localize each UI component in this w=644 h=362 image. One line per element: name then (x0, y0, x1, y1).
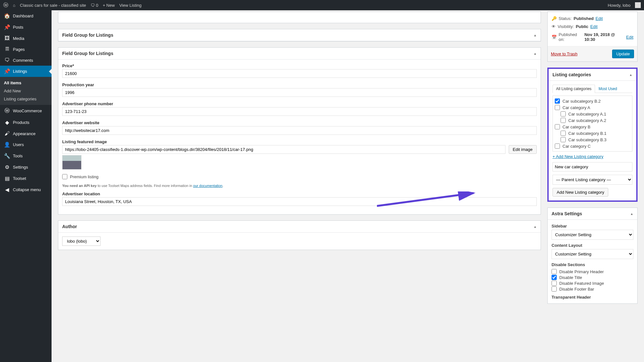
chevron-up-icon: ▲ (533, 225, 537, 228)
content-layout-label: Content Layout (552, 243, 633, 248)
wordpress-icon[interactable]: ⓦ (3, 2, 8, 9)
panel-title: Field Group for Listings (62, 32, 113, 38)
sidebar-item-users[interactable]: 👤Users (0, 139, 52, 150)
postbox-listing-categories: Listing categories ▲ All Listing categor… (547, 68, 638, 202)
category-item: Car subcategory B.2 (555, 98, 630, 104)
category-checkbox[interactable] (555, 105, 560, 110)
panel-title: Field Group for Listings (62, 51, 113, 56)
category-checkbox[interactable] (561, 111, 566, 116)
category-checkbox[interactable] (561, 137, 566, 142)
move-to-trash-link[interactable]: Move to Trash (551, 51, 577, 56)
disable-footer-bar-checkbox[interactable] (552, 286, 557, 292)
sidebar-sub-all-items[interactable]: All items (0, 79, 52, 87)
panel-title: Listing categories (553, 72, 591, 77)
admin-sidebar: 🏠Dashboard 📌Posts 🖾Media 𝄜Pages 🗨Comment… (0, 10, 52, 362)
tab-most-used[interactable]: Most Used (595, 85, 620, 93)
category-label: Car subcategory B.1 (568, 131, 607, 136)
sidebar-item-woocommerce[interactable]: ⓦWooCommerce (0, 105, 52, 117)
panel-toggle[interactable]: Field Group for Listings ▲ (58, 48, 541, 60)
listings-icon: 📌 (4, 68, 10, 74)
new-category-input[interactable] (553, 162, 632, 172)
postbox-field-group-2: Field Group for Listings ▲ Price* Produc… (58, 47, 541, 215)
category-item: Car category B (555, 124, 630, 130)
website-input[interactable] (62, 126, 537, 135)
price-input[interactable] (62, 69, 537, 78)
chevron-up-icon: ▲ (629, 73, 632, 77)
postbox-blank-top (58, 12, 541, 23)
home-icon[interactable]: ⌂ (13, 3, 15, 8)
update-button[interactable]: Update (612, 50, 634, 58)
documentation-link[interactable]: our documentation (193, 184, 222, 188)
disable-title-checkbox[interactable] (552, 275, 557, 280)
category-checkbox[interactable] (561, 131, 566, 136)
add-new-category-button[interactable]: Add New Listing category (553, 188, 608, 197)
premium-checkbox[interactable] (62, 174, 67, 179)
panel-toggle[interactable]: Field Group for Listings ▲ (58, 29, 541, 41)
products-icon: ◆ (4, 119, 10, 125)
woocommerce-icon: ⓦ (4, 107, 10, 114)
category-checkbox[interactable] (555, 144, 560, 149)
sidebar-item-dashboard[interactable]: 🏠Dashboard (0, 10, 52, 22)
category-checkbox[interactable] (555, 98, 560, 104)
sidebar-sub-listings: All items Add New Listing categories (0, 77, 52, 105)
location-input[interactable] (62, 197, 537, 206)
author-select[interactable]: lobo (lobo) (62, 237, 101, 246)
edit-date-link[interactable]: Edit (626, 35, 633, 40)
category-label: Car subcategory B.3 (568, 137, 607, 142)
sidebar-item-listings[interactable]: 📌Listings (0, 66, 52, 77)
year-input[interactable] (62, 88, 537, 97)
year-label: Production year (62, 82, 537, 87)
edit-visibility-link[interactable]: Edit (590, 24, 597, 29)
sidebar-label: Sidebar (552, 224, 633, 228)
panel-toggle[interactable]: Listing categories ▲ (549, 69, 636, 81)
image-thumbnail[interactable] (62, 155, 82, 170)
sidebar-sub-add-new[interactable]: Add New (0, 87, 52, 95)
edit-status-link[interactable]: Edit (596, 16, 603, 21)
phone-input[interactable] (62, 107, 537, 116)
add-new-category-link[interactable]: + Add New Listing category (553, 154, 603, 159)
edit-image-button[interactable]: Edit image (509, 145, 537, 154)
sidebar-item-products[interactable]: ◆Products (0, 117, 52, 128)
new-link[interactable]: + New (103, 3, 115, 8)
view-listing-link[interactable]: View Listing (119, 3, 141, 8)
disable-featured-image-checkbox[interactable] (552, 281, 557, 286)
phone-label: Advertiser phone number (62, 101, 537, 106)
tab-all-categories[interactable]: All Listing categories (553, 85, 595, 93)
eye-icon: 👁 (552, 24, 556, 29)
site-title-link[interactable]: Classic cars for sale - classified site (20, 3, 86, 8)
panel-title: Author (62, 224, 77, 229)
category-item: Car subcategory B.3 (555, 136, 630, 143)
sidebar-item-toolset[interactable]: ▤Toolset (0, 173, 52, 184)
sidebar-item-pages[interactable]: 𝄜Pages (0, 44, 52, 55)
calendar-icon: 📅 (552, 35, 557, 40)
sidebar-sub-categories[interactable]: Listing categories (0, 95, 52, 103)
category-checkbox[interactable] (561, 118, 566, 123)
avatar[interactable] (635, 2, 641, 8)
sidebar-item-posts[interactable]: 📌Posts (0, 22, 52, 33)
image-label: Listing featured image (62, 139, 537, 144)
category-label: Car subcategory B.2 (562, 99, 601, 104)
sidebar-item-settings[interactable]: ⚙Settings (0, 162, 52, 173)
howdy-link[interactable]: Howdy, lobo (608, 3, 630, 8)
panel-toggle[interactable]: Astra Settings ▲ (548, 208, 637, 220)
sidebar-select[interactable]: Customizer Setting (552, 230, 633, 240)
disable-primary-header-checkbox[interactable] (552, 269, 557, 274)
category-checklist[interactable]: Car subcategory B.2Car category ACar sub… (553, 96, 632, 152)
api-key-hint: You need an API key to use Toolset Maps … (62, 184, 537, 188)
panel-toggle[interactable]: Author ▲ (58, 221, 541, 233)
category-checkbox[interactable] (555, 124, 560, 129)
sidebar-item-collapse[interactable]: ◀Collapse menu (0, 184, 52, 195)
sidebar-item-media[interactable]: 🖾Media (0, 33, 52, 44)
chevron-up-icon: ▲ (533, 33, 537, 37)
category-label: Car category C (562, 144, 591, 149)
sidebar-item-tools[interactable]: 🔧Tools (0, 150, 52, 162)
sidebar-item-comments[interactable]: 🗨Comments (0, 55, 52, 66)
collapse-icon: ◀ (4, 187, 10, 193)
chevron-up-icon: ▲ (533, 52, 537, 55)
pages-icon: 𝄜 (4, 46, 10, 52)
sidebar-item-appearance[interactable]: 🖌Appearance (0, 128, 52, 139)
comments-link[interactable]: 🗨 0 (91, 3, 98, 8)
parent-category-select[interactable]: — Parent Listing category — (553, 175, 632, 185)
image-url-input[interactable] (62, 145, 505, 154)
content-layout-select[interactable]: Customizer Setting (552, 249, 633, 259)
